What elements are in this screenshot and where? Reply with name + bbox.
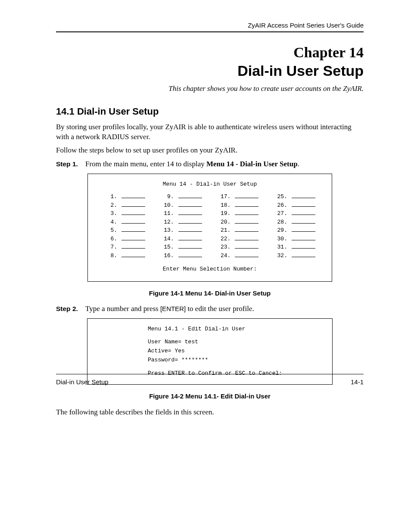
slot-num: 10.	[161, 201, 176, 210]
slot-num: 7.	[104, 243, 119, 252]
slot-num: 4.	[104, 218, 119, 227]
screen-2-password: Password= ********	[148, 356, 324, 365]
slot-num: 32.	[274, 252, 289, 260]
screen-2-active: Active= Yes	[148, 347, 324, 356]
step-1: Step 1. From the main menu, enter 14 to …	[56, 160, 364, 168]
step-2-key: [ENTER]	[160, 305, 186, 312]
slot-blank	[235, 226, 258, 232]
step-2: Step 2. Type a number and press [ENTER] …	[56, 305, 364, 313]
slot-num: 22.	[218, 235, 232, 243]
chapter-number: Chapter 14	[56, 44, 364, 60]
page-footer: Dial-in User Setup 14-1	[56, 378, 364, 386]
slot-num: 3.	[104, 209, 119, 218]
slot-blank	[235, 252, 258, 257]
slot-num: 28.	[274, 218, 289, 227]
slot-num: 21.	[218, 226, 232, 235]
running-header: ZyAIR Access Point Series User's Guide	[56, 22, 364, 29]
slot-blank	[292, 243, 315, 249]
slot-blank	[121, 252, 145, 257]
body-paragraph-1: By storing user profiles locally, your Z…	[56, 122, 364, 142]
screen-1-slots: 1. 2. 3. 4. 5. 6. 7. 8. 9. 10. 11. 12. 1…	[96, 193, 324, 260]
step-2-pre: Type a number and press	[85, 305, 160, 313]
slot-num: 26.	[274, 201, 289, 210]
slot-num: 12.	[161, 218, 176, 227]
slot-blank	[292, 218, 315, 224]
slot-col-1: 1. 2. 3. 4. 5. 6. 7. 8.	[104, 193, 145, 260]
slot-blank	[178, 218, 202, 224]
screen-2-fields: User Name= test Active= Yes Password= **…	[148, 338, 324, 364]
slot-num: 17.	[218, 193, 232, 201]
slot-col-4: 25. 26. 27. 28. 29. 30. 31. 32.	[274, 193, 315, 260]
slot-blank	[121, 243, 145, 249]
slot-num: 16.	[161, 252, 176, 260]
step-1-post: .	[298, 160, 299, 168]
figure-2-caption: Figure 14-2 Menu 14.1- Edit Dial-in User	[56, 392, 364, 400]
slot-blank	[235, 209, 258, 215]
slot-col-3: 17. 18. 19. 20. 21. 22. 23. 24.	[218, 193, 258, 260]
slot-blank	[178, 193, 202, 198]
slot-blank	[292, 252, 315, 257]
bottom-rule	[56, 374, 364, 374]
slot-blank	[121, 235, 145, 240]
slot-blank	[235, 201, 258, 207]
slot-num: 11.	[161, 209, 176, 218]
slot-blank	[121, 201, 145, 207]
step-1-menu: Menu 14 - Dial-in User Setup	[206, 160, 298, 168]
slot-num: 29.	[274, 226, 289, 235]
slot-num: 8.	[104, 252, 119, 260]
slot-blank	[121, 193, 145, 198]
slot-num: 6.	[104, 235, 119, 243]
figure-1-caption: Figure 14-1 Menu 14- Dial-in User Setup	[56, 289, 364, 297]
slot-blank	[292, 226, 315, 232]
screen-menu-14: Menu 14 - Dial-in User Setup 1. 2. 3. 4.…	[87, 174, 332, 282]
step-2-post: to edit the user profile.	[186, 305, 254, 313]
slot-blank	[292, 209, 315, 215]
slot-blank	[178, 235, 202, 240]
slot-blank	[235, 235, 258, 240]
slot-blank	[235, 243, 258, 249]
step-1-label: Step 1.	[56, 160, 85, 168]
slot-num: 27.	[274, 209, 289, 218]
chapter-intro: This chapter shows you how to create use…	[56, 84, 364, 93]
slot-num: 19.	[218, 209, 232, 218]
slot-blank	[235, 193, 258, 198]
slot-blank	[121, 226, 145, 232]
slot-blank	[178, 209, 202, 215]
screen-1-title: Menu 14 - Dial-in User Setup	[96, 180, 324, 189]
screen-2-title: Menu 14.1 - Edit Dial-in User	[148, 325, 324, 334]
slot-num: 2.	[104, 201, 119, 210]
slot-num: 31.	[274, 243, 289, 252]
slot-num: 30.	[274, 235, 289, 243]
slot-blank	[178, 226, 202, 232]
footer-left: Dial-in User Setup	[56, 378, 109, 386]
slot-blank	[178, 201, 202, 207]
slot-blank	[292, 193, 315, 198]
section-heading: 14.1 Dial-in User Setup	[56, 106, 364, 117]
slot-col-2: 9. 10. 11. 12. 13. 14. 15. 16.	[161, 193, 202, 260]
slot-num: 14.	[161, 235, 176, 243]
screen-menu-14-1: Menu 14.1 - Edit Dial-in User User Name=…	[87, 318, 333, 385]
slot-num: 18.	[218, 201, 232, 210]
page: ZyAIR Access Point Series User's Guide C…	[0, 0, 411, 532]
slot-num: 25.	[274, 193, 289, 201]
slot-blank	[292, 201, 315, 207]
slot-blank	[235, 218, 258, 224]
top-rule	[56, 31, 364, 32]
step-1-text: From the main menu, enter 14 to display …	[85, 160, 299, 168]
step-1-pre: From the main menu, enter 14 to display	[85, 160, 206, 168]
slot-blank	[121, 209, 145, 215]
slot-num: 24.	[218, 252, 232, 260]
step-2-text: Type a number and press [ENTER] to edit …	[85, 305, 254, 313]
footer-right: 14-1	[351, 378, 364, 386]
slot-num: 13.	[161, 226, 176, 235]
screen-1-prompt: Enter Menu Selection Number:	[96, 265, 324, 274]
slot-blank	[178, 252, 202, 257]
slot-num: 5.	[104, 226, 119, 235]
slot-blank	[292, 235, 315, 240]
slot-num: 15.	[161, 243, 176, 252]
slot-blank	[121, 218, 145, 224]
chapter-title: Dial-in User Setup	[56, 63, 364, 79]
slot-num: 23.	[218, 243, 232, 252]
closing-paragraph: The following table describes the fields…	[56, 408, 364, 417]
screen-2-username: User Name= test	[148, 338, 324, 347]
